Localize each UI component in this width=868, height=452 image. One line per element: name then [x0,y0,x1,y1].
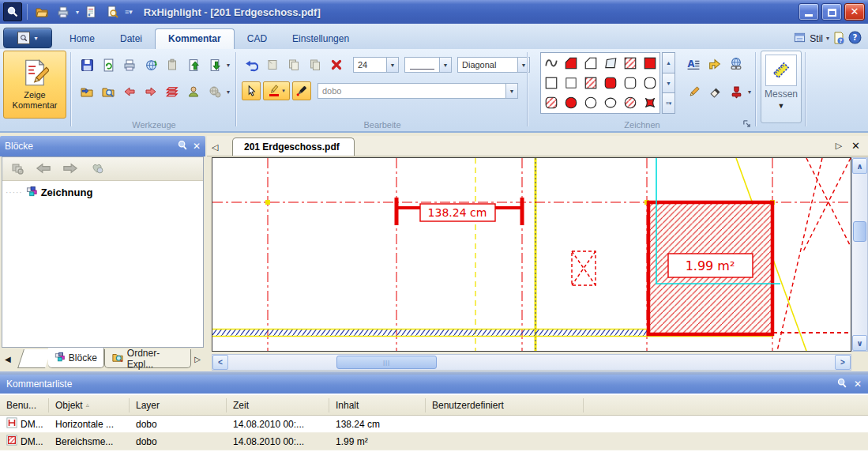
tabs-scroll-left[interactable]: ◀ [2,349,14,368]
size-combo-dropdown-icon[interactable]: ▼ [386,58,398,72]
line-style-combo[interactable]: ▼ [404,57,452,73]
open-folder-icon[interactable] [32,2,51,21]
stil-label[interactable]: Stil [810,33,823,44]
refresh-document-button[interactable] [99,55,118,74]
layers-button[interactable] [163,82,182,101]
save-button[interactable] [77,55,96,74]
shape-swatch-rect-filled[interactable] [640,53,659,73]
callout-button[interactable] [705,54,724,73]
horizontal-scroll-thumb[interactable]: ||| [336,356,437,369]
tab-kommentar[interactable]: Kommentar [155,28,235,49]
column-header-zeit[interactable]: Zeit [227,398,329,412]
pencil-tool-button[interactable] [684,82,703,101]
shape-swatch-curve[interactable] [541,53,561,73]
print-icon[interactable] [54,2,73,21]
eraser-tool-button[interactable] [705,82,724,101]
tree-item-zeichnung[interactable]: ····· Zeichnung [6,186,200,199]
layer-dropdown-icon[interactable]: ▼ [505,84,517,98]
shape-swatch-polyline-area[interactable] [600,53,620,73]
shape-swatch-circle-filled[interactable] [561,93,581,113]
column-header-layer[interactable]: Layer [130,398,227,412]
tab-home[interactable]: Home [57,29,107,49]
next-comment-button[interactable] [141,82,160,101]
maximize-button[interactable] [821,3,842,21]
table-row-area[interactable]: DM... Bereichsme... dobo 14.08.2010 00:.… [0,433,868,450]
shape-swatch-ellipse[interactable] [600,93,620,113]
shape-swatch-circle-hatched[interactable] [620,93,640,113]
scroll-right-button[interactable]: > [835,355,851,370]
dimension-annotation[interactable]: 138.24 cm [396,198,522,225]
gallery-down-button[interactable]: ▼ [662,73,675,94]
tab-cad[interactable]: CAD [235,29,280,49]
tab-ordner-explorer[interactable]: Ordner-Expl... [104,349,192,368]
shape-swatch-star-filled[interactable] [640,93,659,113]
print-button[interactable] [120,55,139,74]
text-annotation-button[interactable]: A [684,54,703,73]
pin-icon[interactable] [836,378,847,391]
column-header-benutzer[interactable]: Benu... [0,398,49,412]
document-tab[interactable]: 201 Erdgeschoss.pdf [232,137,355,156]
page-down-button[interactable] [205,55,224,74]
color-dropdown-icon[interactable]: ▾ [282,88,285,94]
measure-button[interactable]: Messen ▼ [761,51,802,123]
shape-swatch-rounded-filled[interactable] [600,73,620,92]
column-header-inhalt[interactable]: Inhalt [329,398,426,412]
gallery-up-button[interactable]: ▲ [662,52,675,73]
user-dropdown-icon[interactable]: ▾ [227,89,230,96]
help-icon[interactable]: ? [848,31,862,46]
scroll-up-button[interactable]: ∧ [852,158,867,174]
tab-bloecke[interactable]: Blöcke [48,348,104,368]
shape-swatch-polygon-filled[interactable] [561,53,581,73]
print-dropdown-icon[interactable]: ▾ [76,9,79,16]
hyperlink-button[interactable] [727,54,746,73]
marker-tool-button[interactable] [292,81,311,100]
page-up-button[interactable] [184,55,203,74]
layer-combo[interactable]: dobo ▼ [318,83,518,99]
app-magnifier-icon[interactable] [3,2,22,21]
shape-swatch-rounded[interactable] [620,73,640,92]
table-row-dimension[interactable]: DM... Horizontale ... dobo 14.08.2010 00… [0,416,868,433]
scroll-left-button[interactable]: < [212,355,228,370]
previous-comment-button[interactable] [120,82,139,101]
shape-swatch-rect-hatched[interactable] [620,53,640,73]
document-properties-icon[interactable] [81,2,100,21]
tab-datei[interactable]: Datei [107,29,155,49]
toolbar-customize-icon[interactable]: ≡▾ [125,8,133,16]
gallery-more-button[interactable]: ≡▾ [662,93,675,114]
stamp-tool-button[interactable] [727,82,746,101]
shape-swatch-rounded-hatched[interactable] [541,93,561,113]
shape-swatch-rect-thin[interactable] [561,73,581,92]
hatch-combo[interactable]: Diagonal ▼ [457,57,530,73]
close-panel-icon[interactable]: ✕ [193,141,201,152]
shape-swatch-rect-hatched-2[interactable] [581,73,600,92]
column-header-objekt[interactable]: Objekt▵ [49,398,130,412]
show-comment-button[interactable]: ZeigeKommentar [3,51,66,119]
close-button[interactable]: ✕ [844,3,865,21]
line-style-dropdown-icon[interactable]: ▼ [439,58,451,72]
vertical-scrollbar[interactable]: ∧ ∨ [851,157,868,352]
doc-tabs-scroll-left[interactable]: ◁ [207,142,223,156]
column-header-benutzerdefiniert[interactable]: Benutzerdefiniert [426,398,584,412]
drawing-canvas[interactable]: 138.24 cm 1.99 m² [212,157,851,352]
stil-dropdown-icon[interactable]: ▾ [826,35,829,42]
application-menu-button[interactable]: ▾ [3,28,52,48]
search-folder-button[interactable] [99,82,118,101]
area-label-box[interactable]: 1.99 m² [668,254,753,277]
tabs-scroll-right[interactable]: ▷ [191,349,204,368]
horizontal-scrollbar[interactable]: < ||| > [212,354,851,371]
page-dropdown-icon[interactable]: ▾ [227,62,230,69]
shape-swatch-rounded-2[interactable] [640,73,659,92]
refresh-view-button[interactable] [141,55,160,74]
dialog-launcher-icon[interactable] [742,119,752,129]
pin-icon[interactable] [177,140,188,153]
close-panel-icon[interactable]: ✕ [854,379,862,390]
shape-swatch-rect[interactable] [541,73,561,92]
select-tool-button[interactable] [242,81,261,100]
vertical-scroll-thumb[interactable] [853,221,866,242]
undo-button[interactable] [242,55,261,74]
shape-swatch-polygon[interactable] [581,53,600,73]
delete-button[interactable] [327,55,346,74]
size-combo[interactable]: 24 ▼ [353,57,399,73]
scroll-down-button[interactable]: ∨ [852,335,867,351]
stil-icon[interactable] [793,32,806,45]
